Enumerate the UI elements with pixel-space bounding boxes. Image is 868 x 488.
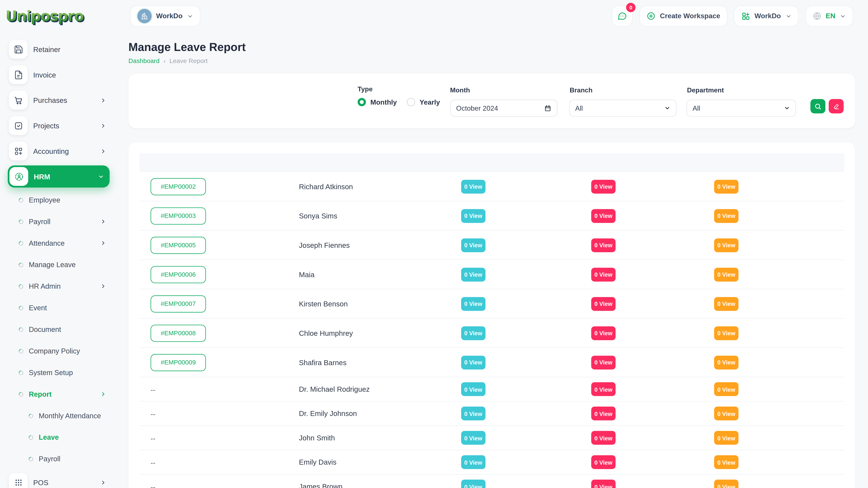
sidebar-item-attendance[interactable]: Attendance xyxy=(0,232,115,254)
employee-id-badge[interactable]: -- xyxy=(151,434,155,442)
employee-id-badge[interactable]: -- xyxy=(151,483,155,488)
sidebar-item-accounting[interactable]: Accounting xyxy=(0,138,115,164)
approved-view-button[interactable]: 0 View xyxy=(461,267,486,281)
sidebar-item-hrm[interactable]: HRM xyxy=(8,165,110,188)
pending-view-button[interactable]: 0 View xyxy=(714,406,739,420)
sidebar-item-monthly-attendance[interactable]: Monthly Attendance xyxy=(0,405,115,427)
chevron-icon xyxy=(100,240,106,246)
sidebar-item-payroll[interactable]: Payroll xyxy=(0,211,115,232)
pending-view-button[interactable]: 0 View xyxy=(714,238,739,252)
employee-id-badge[interactable]: #EMP00008 xyxy=(151,324,206,341)
rejected-view-button[interactable]: 0 View xyxy=(591,326,616,340)
sidebar-item-payroll[interactable]: Payroll xyxy=(0,448,115,469)
monthly-radio[interactable] xyxy=(358,98,366,106)
rejected-view-button[interactable]: 0 View xyxy=(591,355,616,369)
sidebar-item-hr-admin[interactable]: HR Admin xyxy=(0,275,115,297)
approved-view-button[interactable]: 0 View xyxy=(461,326,486,340)
clear-filter-button[interactable] xyxy=(829,99,843,113)
messenger-button[interactable]: 0 xyxy=(612,5,633,27)
sidebar-item-event[interactable]: Event xyxy=(0,297,115,319)
pending-view-button[interactable]: 0 View xyxy=(714,382,739,396)
sidebar-item-company-policy[interactable]: Company Policy xyxy=(0,340,115,362)
employee-id-cell: #EMP00002 xyxy=(151,178,299,195)
sidebar-item-manage-leave[interactable]: Manage Leave xyxy=(0,254,115,275)
sidebar-item-invoice[interactable]: Invoice xyxy=(0,62,115,88)
rejected-view-button[interactable]: 0 View xyxy=(591,431,616,445)
pending-view-button[interactable]: 0 View xyxy=(714,180,739,193)
sidebar-item-label: Report xyxy=(29,390,52,398)
rejected-view-button[interactable]: 0 View xyxy=(591,238,616,252)
sidebar-item-retainer[interactable]: Retainer xyxy=(0,36,115,62)
branch-select[interactable]: All xyxy=(569,100,677,117)
month-label: Month xyxy=(450,86,470,94)
table-row: -- John Smith 0 View 0 View 0 View xyxy=(140,426,844,450)
approved-view-button[interactable]: 0 View xyxy=(461,406,486,420)
pending-view-button[interactable]: 0 View xyxy=(714,455,739,469)
approved-leaves-cell: 0 View xyxy=(461,480,591,488)
rejected-view-button[interactable]: 0 View xyxy=(591,406,616,420)
pending-view-button[interactable]: 0 View xyxy=(714,326,739,340)
employee-id-badge[interactable]: -- xyxy=(151,410,155,418)
monthly-radio-label[interactable]: Monthly xyxy=(370,98,397,106)
workspace-selector[interactable]: WorkDo xyxy=(734,5,799,27)
language-selector[interactable]: EN xyxy=(805,5,853,27)
yearly-radio-label[interactable]: Yearly xyxy=(420,98,440,106)
sidebar-item-purchases[interactable]: Purchases xyxy=(0,88,115,113)
employee-name: Kirsten Benson xyxy=(299,299,461,308)
sidebar-item-report[interactable]: Report xyxy=(0,383,115,405)
unipospro-logo-icon: Unipospro Unipospro xyxy=(4,5,111,27)
employee-id-badge[interactable]: #EMP00009 xyxy=(151,354,206,371)
rejected-view-button[interactable]: 0 View xyxy=(591,455,616,469)
create-workspace-button[interactable]: Create Workspace xyxy=(640,5,727,27)
employee-id-badge[interactable]: #EMP00005 xyxy=(151,236,206,254)
approved-view-button[interactable]: 0 View xyxy=(461,431,486,445)
pending-view-button[interactable]: 0 View xyxy=(714,267,739,281)
employee-name: Emily Davis xyxy=(299,458,461,466)
pending-view-button[interactable]: 0 View xyxy=(714,431,739,445)
sidebar-item-employee[interactable]: Employee xyxy=(0,189,115,211)
approved-view-button[interactable]: 0 View xyxy=(461,209,486,223)
pending-view-button[interactable]: 0 View xyxy=(714,209,739,223)
breadcrumb-current: Leave Report xyxy=(169,58,208,64)
company-selector[interactable]: WorkDo xyxy=(130,5,200,27)
employee-name: Dr. Michael Rodriguez xyxy=(299,385,461,393)
pending-view-button[interactable]: 0 View xyxy=(714,297,739,311)
approved-view-button[interactable]: 0 View xyxy=(461,297,486,311)
sidebar-item-projects[interactable]: Projects xyxy=(0,113,115,138)
bullet-icon xyxy=(28,456,34,462)
approved-view-button[interactable]: 0 View xyxy=(461,455,486,469)
pending-view-button[interactable]: 0 View xyxy=(714,355,739,369)
employee-id-badge[interactable]: -- xyxy=(151,385,155,394)
sidebar-item-document[interactable]: Document xyxy=(0,319,115,340)
approved-view-button[interactable]: 0 View xyxy=(461,180,486,193)
month-input[interactable]: October 2024 xyxy=(450,100,557,117)
search-button[interactable] xyxy=(810,99,825,113)
rejected-leaves-cell: 0 View xyxy=(591,480,714,488)
rejected-view-button[interactable]: 0 View xyxy=(591,382,616,396)
workspace-grid-icon xyxy=(741,12,750,21)
approved-view-button[interactable]: 0 View xyxy=(461,480,486,488)
approved-view-button[interactable]: 0 View xyxy=(461,355,486,369)
rejected-view-button[interactable]: 0 View xyxy=(591,209,616,223)
approved-view-button[interactable]: 0 View xyxy=(461,382,486,396)
approved-view-button[interactable]: 0 View xyxy=(461,238,486,252)
employee-id-badge[interactable]: #EMP00002 xyxy=(151,178,206,195)
employee-id-badge[interactable]: #EMP00007 xyxy=(151,295,206,312)
rejected-view-button[interactable]: 0 View xyxy=(591,297,616,311)
brand-logo[interactable]: Unipospro Unipospro xyxy=(0,0,115,32)
employee-id-badge[interactable]: #EMP00006 xyxy=(151,266,206,283)
sidebar-item-leave[interactable]: Leave xyxy=(0,426,115,448)
sidebar-item-pos[interactable]: POS xyxy=(0,469,115,488)
rejected-view-button[interactable]: 0 View xyxy=(591,480,616,488)
employee-id-badge[interactable]: #EMP00003 xyxy=(151,207,206,224)
pending-view-button[interactable]: 0 View xyxy=(714,480,739,488)
employee-id-badge[interactable]: -- xyxy=(151,458,155,466)
yearly-radio[interactable] xyxy=(407,98,415,106)
rejected-view-button[interactable]: 0 View xyxy=(591,267,616,281)
pos-icon xyxy=(9,473,28,488)
table-row: -- James Brown 0 View 0 View 0 View xyxy=(140,475,844,488)
rejected-view-button[interactable]: 0 View xyxy=(591,180,616,193)
breadcrumb-dashboard-link[interactable]: Dashboard xyxy=(128,58,160,64)
sidebar-item-system-setup[interactable]: System Setup xyxy=(0,362,115,383)
department-select[interactable]: All xyxy=(686,100,796,117)
